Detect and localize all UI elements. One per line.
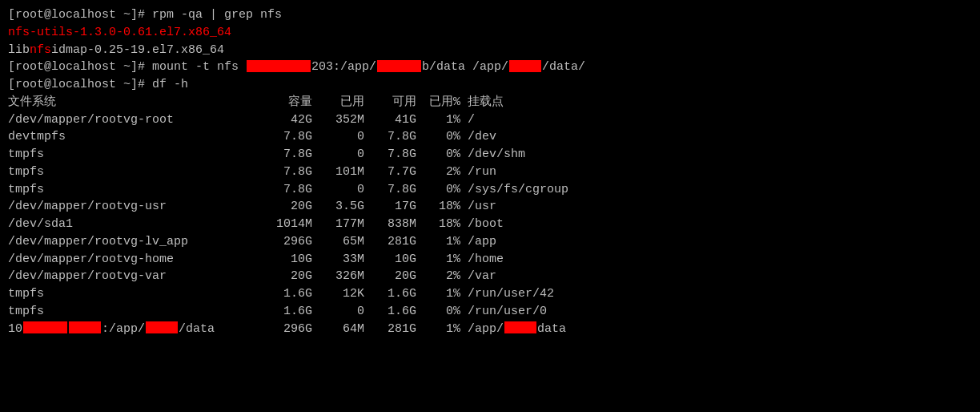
col-header-pct: 已用%: [416, 94, 460, 111]
df-cell-used: 33M: [312, 251, 364, 269]
redacted-ip1: [247, 60, 311, 72]
df-cell-used: 64M: [312, 321, 364, 338]
df-cell-cap: 1.6G: [256, 285, 312, 303]
col-header-fs: 文件系统: [8, 94, 256, 111]
df-row-3: tmpfs7.8G101M7.7G2% /run: [8, 164, 972, 181]
df-cell-fs: /dev/mapper/rootvg-usr: [8, 198, 256, 216]
df-cell-cap: 7.8G: [256, 128, 312, 146]
df-cell-used: 3.5G: [312, 198, 364, 216]
redacted-r2: [69, 321, 101, 333]
df-cell-avail: 41G: [364, 111, 416, 129]
df-cell-pct: 2%: [416, 268, 460, 285]
df-cell-avail: 7.8G: [364, 128, 416, 146]
df-cell-pct: 1%: [416, 321, 460, 338]
df-cell-used: 0: [312, 181, 364, 199]
df-cell-cap: 20G: [256, 198, 312, 216]
df-cell-used: 101M: [312, 164, 364, 181]
df-cell-mnt: /usr: [468, 198, 496, 216]
redacted-r4: [504, 321, 536, 333]
df-cell-cap: 42G: [256, 111, 312, 129]
df-cell-mnt: /var: [468, 268, 496, 285]
df-header: 文件系统容量已用可用已用% 挂载点: [8, 94, 972, 111]
df-cell-pct: 1%: [416, 285, 460, 303]
df-row-9: /dev/mapper/rootvg-var20G326M20G2% /var: [8, 268, 972, 285]
df-cell-fs: tmpfs: [8, 146, 256, 164]
df-cell-pct: 1%: [416, 233, 460, 251]
df-cell-mnt: /app: [468, 233, 496, 251]
df-cell-cap: 296G: [256, 321, 312, 338]
df-cell-cap: 20G: [256, 268, 312, 285]
df-row-12: 10 :/app/ /data296G64M281G1% /app/ data: [8, 321, 972, 338]
df-cell-cap: 10G: [256, 251, 312, 269]
line-mount-cmd: [root@localhost ~]# mount -t nfs 203:/ap…: [8, 59, 972, 76]
df-cell-mnt: /run/user/42: [468, 285, 554, 303]
df-cell-used: 352M: [312, 111, 364, 129]
df-cell-avail: 7.8G: [364, 146, 416, 164]
df-cell-avail: 1.6G: [364, 303, 416, 321]
df-cell-pct: 1%: [416, 111, 460, 129]
df-cell-pct: 0%: [416, 128, 460, 146]
df-cell-avail: 281G: [364, 233, 416, 251]
redacted-path2: [509, 60, 541, 72]
df-cell-pct: 0%: [416, 146, 460, 164]
df-cell-fs: /dev/mapper/rootvg-root: [8, 111, 256, 129]
col-header-used: 已用: [312, 94, 364, 111]
redacted-path1: [377, 60, 421, 72]
df-row-0: /dev/mapper/rootvg-root42G352M41G1% /: [8, 111, 972, 129]
df-cell-mnt: /dev/shm: [468, 146, 525, 164]
df-cell-mnt: /sys/fs/cgroup: [468, 181, 568, 199]
df-cell-pct: 18%: [416, 198, 460, 216]
terminal: [root@localhost ~]# rpm -qa | grep nfs n…: [8, 6, 972, 337]
df-cell-mnt: /run: [468, 164, 496, 181]
df-cell-used: 177M: [312, 216, 364, 233]
df-cell-mnt: /: [468, 111, 475, 129]
df-cell-used: 12K: [312, 285, 364, 303]
df-cell-pct: 18%: [416, 216, 460, 233]
df-cell-mnt: /run/user/0: [468, 303, 547, 321]
redacted-r1: [23, 321, 67, 333]
df-cell-fs: tmpfs: [8, 303, 256, 321]
df-cell-mnt: /dev: [468, 128, 496, 146]
df-cell-used: 0: [312, 128, 364, 146]
df-cell-fs: 10 :/app/ /data: [8, 321, 256, 338]
df-row-7: /dev/mapper/rootvg-lv_app296G65M281G1% /…: [8, 233, 972, 251]
df-row-1: devtmpfs7.8G07.8G0% /dev: [8, 128, 972, 146]
df-row-11: tmpfs1.6G01.6G0% /run/user/0: [8, 303, 972, 321]
df-cell-pct: 1%: [416, 251, 460, 269]
df-cell-used: 0: [312, 303, 364, 321]
df-cell-fs: devtmpfs: [8, 128, 256, 146]
df-cell-used: 0: [312, 146, 364, 164]
df-cell-avail: 838M: [364, 216, 416, 233]
df-row-10: tmpfs1.6G12K1.6G1% /run/user/42: [8, 285, 972, 303]
df-cell-cap: 1014M: [256, 216, 312, 233]
df-cell-cap: 7.8G: [256, 146, 312, 164]
line-nfs-utils: nfs-utils-1.3.0-0.61.el7.x86_64: [8, 24, 972, 42]
df-cell-avail: 10G: [364, 251, 416, 269]
col-header-mnt: 挂载点: [468, 94, 504, 111]
df-cell-cap: 1.6G: [256, 303, 312, 321]
df-cell-pct: 2%: [416, 164, 460, 181]
df-cell-used: 326M: [312, 268, 364, 285]
df-cell-fs: /dev/mapper/rootvg-lv_app: [8, 233, 256, 251]
df-cell-mnt: /home: [468, 251, 504, 269]
df-cell-avail: 17G: [364, 198, 416, 216]
df-cell-fs: tmpfs: [8, 181, 256, 199]
df-row-4: tmpfs7.8G07.8G0% /sys/fs/cgroup: [8, 181, 972, 199]
df-cell-avail: 7.7G: [364, 164, 416, 181]
df-row-6: /dev/sda11014M177M838M18% /boot: [8, 216, 972, 233]
df-cell-avail: 1.6G: [364, 285, 416, 303]
df-cell-avail: 281G: [364, 321, 416, 338]
df-cell-cap: 7.8G: [256, 164, 312, 181]
df-cell-cap: 7.8G: [256, 181, 312, 199]
col-header-avail: 可用: [364, 94, 416, 111]
df-cell-fs: /dev/mapper/rootvg-var: [8, 268, 256, 285]
cmd-rpm: rpm -qa | grep nfs: [152, 8, 282, 22]
df-cell-fs: /dev/sda1: [8, 216, 256, 233]
col-header-cap: 容量: [256, 94, 312, 111]
df-cell-avail: 7.8G: [364, 181, 416, 199]
df-cell-cap: 296G: [256, 233, 312, 251]
df-cell-mnt: /app/ data: [468, 321, 566, 338]
df-cell-fs: tmpfs: [8, 285, 256, 303]
df-row-5: /dev/mapper/rootvg-usr20G3.5G17G18% /usr: [8, 198, 972, 216]
prompt: [root@localhost ~]#: [8, 8, 152, 22]
